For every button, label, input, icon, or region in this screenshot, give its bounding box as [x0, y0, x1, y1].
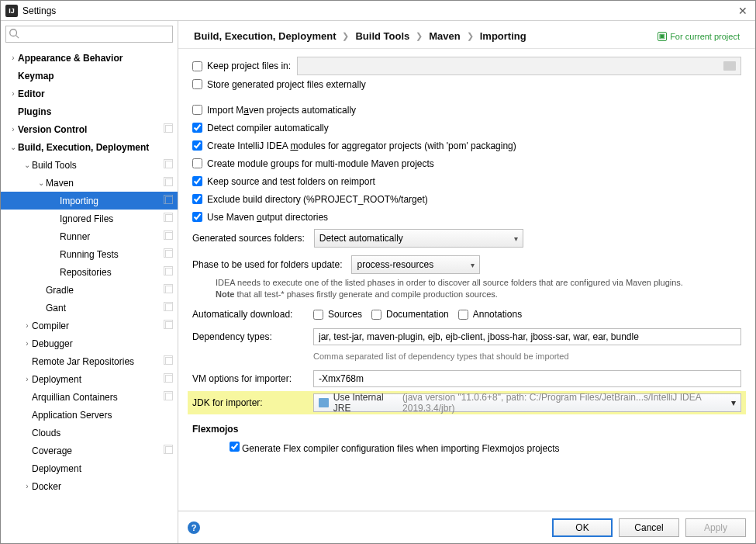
sidebar-item-maven[interactable]: ⌄Maven: [1, 174, 178, 192]
sidebar-item-docker[interactable]: ›Docker: [1, 477, 178, 495]
app-logo-icon: IJ: [5, 5, 18, 17]
dependency-types-input[interactable]: [313, 328, 741, 345]
flexmojos-generate-checkbox[interactable]: Generate Flex compiler configuration fil…: [226, 443, 560, 454]
ok-button[interactable]: OK: [552, 518, 613, 537]
sidebar-item-version-control[interactable]: ›Version Control: [1, 120, 178, 138]
phase-note: IDEA needs to execute one of the listed …: [216, 274, 741, 306]
sidebar-item-label: Remote Jar Repositories: [32, 356, 134, 367]
sidebar-item-label: Version Control: [18, 124, 87, 135]
sidebar-item-appearance-behavior[interactable]: ›Appearance & Behavior: [1, 49, 178, 67]
aggregator-modules-checkbox[interactable]: Create IntelliJ IDEA modules for aggrega…: [192, 140, 516, 151]
vm-options-label: VM options for importer:: [192, 373, 304, 384]
jdk-importer-label: JDK for importer:: [192, 397, 304, 408]
project-scope-icon: [165, 249, 173, 260]
download-annotations-checkbox[interactable]: Annotations: [458, 309, 522, 320]
project-scope-icon: [165, 231, 173, 242]
chevron-right-icon: ›: [22, 482, 32, 490]
project-scope-icon: [165, 392, 173, 403]
use-output-checkbox[interactable]: Use Maven output directories: [192, 212, 328, 223]
sidebar-item-label: Build Tools: [32, 160, 77, 171]
sidebar-item-ignored-files[interactable]: Ignored Files: [1, 210, 178, 227]
chevron-down-icon: ⌄: [9, 143, 18, 151]
sidebar-item-build-execution-deployment[interactable]: ⌄Build, Execution, Deployment: [1, 138, 178, 156]
help-icon[interactable]: ?: [188, 521, 200, 534]
sidebar-item-label: Application Servers: [32, 410, 112, 421]
keep-project-files-checkbox[interactable]: Keep project files in:: [192, 61, 291, 71]
chevron-right-icon: ›: [22, 339, 32, 348]
sidebar-item-keymap[interactable]: Keymap: [1, 67, 178, 85]
chevron-right-icon: ›: [9, 125, 18, 133]
vm-options-input[interactable]: [313, 370, 741, 387]
project-scope-icon: [165, 374, 173, 385]
project-scope-icon: [165, 160, 173, 171]
keep-project-files-path[interactable]: [297, 57, 741, 75]
chevron-right-icon: ❯: [467, 31, 474, 41]
keep-src-checkbox[interactable]: Keep source and test folders on reimport: [192, 176, 375, 187]
folder-icon: [723, 61, 736, 71]
sidebar-item-remote-jar-repositories[interactable]: Remote Jar Repositories: [1, 352, 178, 370]
chevron-down-icon: ⌄: [36, 178, 46, 187]
phase-select[interactable]: process-resources▾: [351, 255, 480, 274]
sidebar-item-deployment[interactable]: ›Deployment: [1, 370, 178, 388]
import-auto-checkbox[interactable]: Import Maven projects automatically: [192, 105, 356, 116]
chevron-down-icon: ▾: [471, 261, 475, 269]
generated-sources-select[interactable]: Detect automatically▾: [314, 229, 523, 248]
auto-download-label: Automatically download:: [192, 309, 304, 320]
detect-compiler-checkbox[interactable]: Detect compiler automatically: [192, 123, 329, 133]
sidebar-item-label: Repositories: [60, 267, 112, 278]
sidebar-item-gant[interactable]: Gant: [1, 299, 178, 317]
jdk-importer-select[interactable]: Use Internal JRE (java version "11.0.6+8…: [313, 393, 741, 412]
sidebar-item-label: Arquillian Containers: [32, 392, 118, 403]
sidebar-item-label: Plugins: [18, 106, 51, 117]
sidebar-item-deployment[interactable]: Deployment: [1, 459, 178, 477]
generated-sources-label: Generated sources folders:: [192, 233, 305, 244]
sidebar-item-runner[interactable]: Runner: [1, 227, 178, 245]
sidebar-item-coverage[interactable]: Coverage: [1, 442, 178, 459]
exclude-build-checkbox[interactable]: Exclude build directory (%PROJECT_ROOT%/…: [192, 194, 428, 205]
folder-icon: [319, 398, 329, 407]
project-scope-icon: [165, 445, 173, 456]
sidebar-item-label: Running Tests: [60, 249, 119, 260]
cancel-button[interactable]: Cancel: [619, 518, 679, 537]
sidebar-item-label: Ignored Files: [60, 213, 113, 224]
dependency-types-label: Dependency types:: [192, 331, 304, 342]
download-docs-checkbox[interactable]: Documentation: [371, 309, 449, 320]
sidebar-item-label: Maven: [46, 178, 74, 189]
sidebar-item-importing[interactable]: Importing: [1, 192, 178, 210]
sidebar-item-debugger[interactable]: ›Debugger: [1, 334, 178, 352]
dependency-hint: Comma separated list of dependency types…: [313, 348, 569, 361]
settings-tree[interactable]: ›Appearance & BehaviorKeymap›EditorPlugi…: [1, 46, 178, 543]
store-externally-checkbox[interactable]: Store generated project files externally: [192, 79, 366, 90]
sidebar-item-clouds[interactable]: Clouds: [1, 424, 178, 442]
sidebar-item-label: Deployment: [32, 374, 81, 385]
titlebar: IJ Settings ✕: [1, 1, 755, 21]
sidebar-item-editor[interactable]: ›Editor: [1, 85, 178, 102]
project-scope-icon: [165, 213, 173, 224]
sidebar-item-label: Gradle: [46, 285, 74, 296]
download-sources-checkbox[interactable]: Sources: [313, 309, 362, 320]
sidebar-item-plugins[interactable]: Plugins: [1, 102, 178, 120]
settings-search[interactable]: [5, 26, 173, 43]
svg-point-0: [10, 29, 17, 36]
sidebar: ›Appearance & BehaviorKeymap›EditorPlugi…: [1, 21, 178, 543]
sidebar-item-label: Editor: [18, 88, 45, 99]
sidebar-item-application-servers[interactable]: Application Servers: [1, 406, 178, 424]
sidebar-item-compiler[interactable]: ›Compiler: [1, 317, 178, 334]
apply-button[interactable]: Apply: [685, 518, 746, 537]
sidebar-item-label: Appearance & Behavior: [18, 53, 123, 64]
sidebar-item-arquillian-containers[interactable]: Arquillian Containers: [1, 388, 178, 406]
sidebar-item-label: Importing: [60, 196, 98, 206]
close-icon[interactable]: ✕: [735, 5, 751, 17]
chevron-down-icon: ⌄: [22, 161, 32, 169]
chevron-down-icon: ▾: [731, 397, 736, 408]
chevron-right-icon: ›: [9, 89, 18, 98]
sidebar-item-label: Debugger: [32, 338, 73, 349]
sidebar-item-gradle[interactable]: Gradle: [1, 281, 178, 299]
module-groups-checkbox[interactable]: Create module groups for multi-module Ma…: [192, 158, 434, 169]
sidebar-item-repositories[interactable]: Repositories: [1, 263, 178, 281]
search-input[interactable]: [5, 26, 173, 43]
sidebar-item-build-tools[interactable]: ⌄Build Tools: [1, 156, 178, 174]
sidebar-item-running-tests[interactable]: Running Tests: [1, 245, 178, 263]
svg-line-1: [16, 36, 19, 39]
project-scope-icon: [165, 321, 173, 331]
